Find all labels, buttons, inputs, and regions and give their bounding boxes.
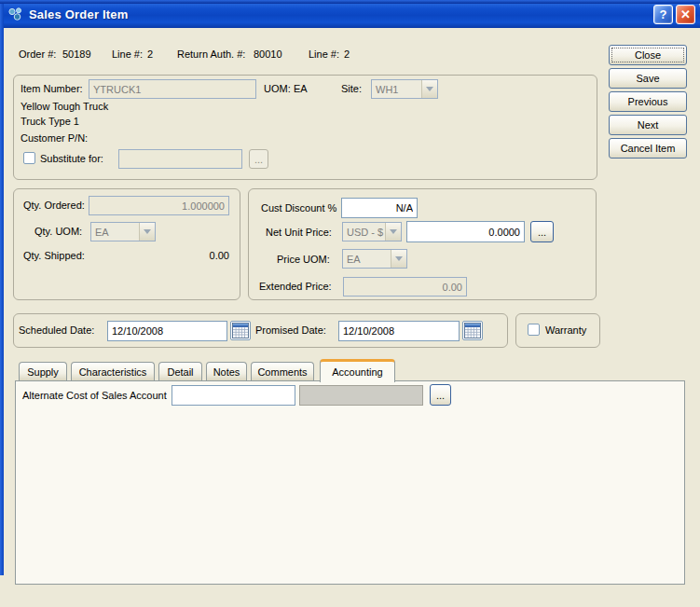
- close-button[interactable]: Close: [609, 45, 687, 65]
- item-number-label: Item Number:: [21, 83, 83, 94]
- currency-combobox: USD - $: [342, 222, 402, 241]
- item-description2: Truck Type 1: [21, 116, 79, 127]
- sales-order-item-window: Sales Order Item ? ✕ Order #: 50189 Line…: [0, 0, 700, 607]
- price-list-button[interactable]: ...: [530, 221, 554, 242]
- alt-cos-account-label: Alternate Cost of Sales Account: [22, 390, 167, 401]
- alt-cos-account-field[interactable]: [172, 385, 295, 406]
- promised-date-field[interactable]: [338, 321, 460, 341]
- return-auth-value: 80010: [254, 48, 282, 60]
- qty-ordered-label: Qty. Ordered:: [23, 200, 85, 211]
- substitute-checkbox[interactable]: [23, 152, 35, 164]
- price-uom-combobox: EA: [342, 249, 407, 269]
- price-uom-combobox-value: EA: [343, 254, 391, 265]
- qty-uom-label: Qty. UOM:: [34, 226, 82, 237]
- price-uom-label: Price UOM:: [277, 254, 330, 265]
- scheduled-date-field[interactable]: [107, 321, 227, 341]
- window-border-right: [0, 0, 4, 575]
- site-combobox: WH1: [371, 79, 438, 99]
- titlebar: Sales Order Item: [0, 0, 700, 28]
- site-combobox-value: WH1: [372, 84, 421, 95]
- window-border-bottom: [0, 0, 700, 4]
- qty-shipped-label: Qty. Shipped:: [23, 250, 85, 261]
- accounting-tab-pane: [15, 380, 685, 585]
- tab-characteristics[interactable]: Characteristics: [71, 362, 155, 380]
- net-unit-price-field[interactable]: [406, 221, 525, 242]
- site-label: Site:: [341, 83, 362, 94]
- cust-discount-label: Cust Discount %: [261, 202, 336, 214]
- item-number-field: [89, 79, 256, 99]
- chevron-down-icon: [391, 250, 406, 268]
- next-button[interactable]: Next: [609, 115, 687, 135]
- scheduled-date-label: Scheduled Date:: [19, 324, 94, 336]
- tab-supply[interactable]: Supply: [19, 362, 67, 380]
- substitute-label: Substitute for:: [40, 153, 103, 164]
- qty-ordered-field: [89, 196, 229, 215]
- promised-date-label: Promised Date:: [255, 324, 326, 336]
- customer-pn-label: Customer P/N:: [21, 132, 88, 144]
- window-close-button[interactable]: ✕: [676, 5, 695, 24]
- tab-accounting[interactable]: Accounting: [320, 359, 395, 382]
- save-button[interactable]: Save: [609, 68, 687, 89]
- uom-value: EA: [294, 83, 308, 94]
- qty-uom-combobox: EA: [90, 222, 156, 241]
- warranty-checkbox[interactable]: [528, 324, 540, 336]
- extended-price-field: [343, 277, 467, 297]
- qty-uom-combobox-value: EA: [91, 227, 139, 238]
- chevron-down-icon: [385, 223, 401, 241]
- qty-shipped-value: 0.00: [140, 250, 229, 261]
- net-unit-price-label: Net Unit Price:: [266, 227, 332, 238]
- tab-detail[interactable]: Detail: [158, 362, 202, 380]
- return-line-number-value: 2: [344, 48, 350, 60]
- uom-label: UOM:: [264, 83, 291, 94]
- help-button[interactable]: ?: [653, 5, 673, 24]
- return-line-number-label: Line #:: [309, 48, 339, 60]
- substitute-field: [118, 149, 242, 169]
- currency-combobox-value: USD - $: [343, 227, 385, 238]
- app-icon: [7, 7, 23, 21]
- return-auth-label: Return Auth. #:: [177, 48, 245, 60]
- cancel-item-button[interactable]: Cancel Item: [609, 138, 687, 159]
- alt-cos-account-lookup-button[interactable]: ...: [430, 384, 451, 406]
- cust-discount-field[interactable]: [341, 198, 418, 218]
- scheduled-date-calendar-icon[interactable]: [230, 321, 251, 340]
- chevron-down-icon: [421, 80, 437, 98]
- line-number-value: 2: [147, 48, 153, 60]
- order-number-value: 50189: [62, 48, 91, 60]
- item-description1: Yellow Tough Truck: [21, 101, 108, 112]
- substitute-lookup-button: ...: [249, 149, 268, 169]
- tab-notes[interactable]: Notes: [206, 362, 247, 380]
- tab-comments[interactable]: Comments: [251, 362, 314, 380]
- line-number-label: Line #:: [112, 48, 143, 60]
- order-number-label: Order #:: [19, 48, 56, 60]
- promised-date-calendar-icon[interactable]: [462, 321, 483, 340]
- window-title: Sales Order Item: [29, 7, 129, 21]
- extended-price-label: Extended Price:: [259, 281, 332, 292]
- previous-button[interactable]: Previous: [609, 91, 687, 112]
- warranty-label: Warranty: [545, 324, 586, 336]
- alt-cos-account-description-field: [299, 385, 423, 406]
- chevron-down-icon: [139, 223, 155, 241]
